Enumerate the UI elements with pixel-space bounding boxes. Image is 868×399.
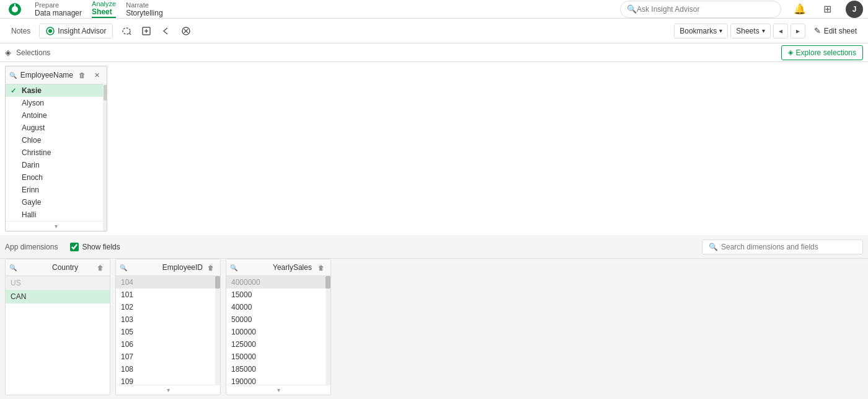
yearlysales-item-185000[interactable]: 185000 [226,363,330,375]
insight-advisor-label: Insight Advisor [58,27,106,35]
employee-item-august[interactable]: August [6,122,107,134]
employee-item-darin[interactable]: Darin [6,159,107,171]
show-fields-label: Show fields [82,243,120,251]
employee-list: ✓ Kasie Alyson Antoine August Chlo [6,84,107,221]
search-yearlysales-icon: 🔍 [230,264,270,271]
explore-selections-label: Explore selections [796,48,856,57]
employeeid-item-103[interactable]: 103 [116,313,220,326]
employeeid-dimension-list: 104 101 102 103 105 106 107 108 109 110 [116,276,220,385]
dimension-card-country: 🔍 Country 🗑 US CAN [5,259,110,395]
employeeid-scrollbar[interactable] [215,276,220,385]
yearlysales-scrollbar[interactable] [326,276,330,385]
search-dimensions-container: 🔍 [702,240,863,254]
employeeid-scroll-thumb [215,276,220,289]
employee-item-erinn[interactable]: Erinn [6,184,107,196]
country-card-delete-button[interactable]: 🗑 [95,262,106,273]
delete-selection-button[interactable]: 🗑 [76,69,88,81]
close-selection-button[interactable]: ✕ [91,69,103,81]
employee-name: Darin [22,161,40,169]
yearlysales-item-4000000[interactable]: 4000000 [226,276,330,289]
avatar[interactable]: J [846,1,863,18]
employeeid-item-106[interactable]: 106 [116,338,220,351]
employeeid-item-105[interactable]: 105 [116,326,220,338]
svg-rect-2 [14,4,16,7]
employee-item-halli[interactable]: Halli [6,208,107,221]
prev-sheet-button[interactable]: ◂ [773,24,788,38]
svg-point-4 [48,29,52,33]
employee-item-antoine[interactable]: Antoine [6,109,107,122]
insight-advisor-icon [46,27,55,35]
pencil-icon: ✎ [814,26,821,35]
edit-sheet-button[interactable]: ✎ Edit sheet [808,24,863,38]
analyze-menu[interactable]: Analyze Sheet [92,0,116,18]
select-all-button[interactable] [138,22,155,40]
country-dimension-list: US CAN [6,276,110,395]
country-item-can[interactable]: CAN [6,290,110,303]
right-toolbar: Bookmarks ▾ Sheets ▾ ◂ ▸ ✎ Edit sheet [674,24,863,38]
employee-name: Gayle [22,198,41,207]
sheets-button[interactable]: Sheets ▾ [730,24,770,38]
employee-field-name: EmployeeName [20,71,73,79]
employeeid-scroll-down-arrow[interactable]: ▾ [116,385,220,395]
country-card-title: Country [52,263,92,272]
employeeid-item-109[interactable]: 109 [116,375,220,385]
employee-name: Kasie [22,86,42,95]
yearlysales-scroll-down-arrow[interactable]: ▾ [226,385,330,395]
lasso-select-button[interactable] [118,22,135,40]
list-scroll-thumb [104,85,107,101]
employee-selection-box: 🔍 EmployeeName 🗑 ✕ ✓ Kasie Alyson Antoin… [5,66,107,231]
ask-advisor-input[interactable] [637,5,755,14]
yearlysales-item-15000[interactable]: 15000 [226,289,330,301]
list-scrollbar[interactable] [103,84,107,231]
yearlysales-item-125000[interactable]: 125000 [226,338,330,351]
tab-insight-advisor[interactable]: Insight Advisor [39,24,113,38]
explore-selections-button[interactable]: ◈ Explore selections [781,45,863,60]
sheets-label: Sheets [736,27,759,35]
yearlysales-item-150000[interactable]: 150000 [226,351,330,363]
employee-item-gayle[interactable]: Gayle [6,196,107,208]
search-dimensions-icon: 🔍 [709,243,718,251]
back-button[interactable] [157,22,175,40]
employee-item-alyson[interactable]: Alyson [6,97,107,109]
svg-line-6 [129,33,131,35]
tab-notes[interactable]: Notes [5,22,37,40]
dimensions-grid: 🔍 Country 🗑 US CAN 🔍 EmployeeID 🗑 [0,259,868,399]
employee-name: August [22,123,45,132]
prepare-submenu: Data manager [35,9,82,17]
employeeid-item-101[interactable]: 101 [116,289,220,301]
employeeid-card-delete-button[interactable]: 🗑 [205,262,216,273]
yearlysales-card-delete-button[interactable]: 🗑 [316,262,327,273]
employeeid-card-title: EmployeeID [162,263,203,272]
search-dimensions-input[interactable] [721,243,856,251]
employee-name: Halli [22,210,36,219]
prepare-menu[interactable]: Prepare Data manager [35,1,82,17]
scroll-down-arrow[interactable]: ▾ [6,221,107,231]
yearlysales-dimension-list: 4000000 15000 40000 50000 100000 125000 … [226,276,330,385]
employee-item-christine[interactable]: Christine [6,146,107,159]
search-icon: 🔍 [627,4,637,14]
show-fields-container: Show fields [70,243,120,251]
yearlysales-item-100000[interactable]: 100000 [226,326,330,338]
employeeid-item-108[interactable]: 108 [116,363,220,375]
employeeid-item-107[interactable]: 107 [116,351,220,363]
yearlysales-item-40000[interactable]: 40000 [226,301,330,313]
country-item-us[interactable]: US [6,276,110,290]
yearlysales-item-50000[interactable]: 50000 [226,313,330,326]
bookmarks-button[interactable]: Bookmarks ▾ [674,24,728,38]
show-fields-checkbox[interactable] [70,243,79,251]
search-small-icon: 🔍 [9,72,18,79]
narrate-menu[interactable]: Narrate Storytelling [126,1,162,17]
employeeid-item-104[interactable]: 104 [116,276,220,289]
employee-item-kasie[interactable]: ✓ Kasie [6,84,107,97]
clear-button[interactable] [177,22,195,40]
employee-item-enoch[interactable]: Enoch [6,171,107,184]
apps-icon[interactable]: ⊞ [818,1,836,18]
notification-icon[interactable]: 🔔 [791,1,808,18]
employee-item-chloe[interactable]: Chloe [6,134,107,146]
selections-label: Selections [16,48,50,57]
employeeid-item-102[interactable]: 102 [116,301,220,313]
next-sheet-button[interactable]: ▸ [790,24,805,38]
bookmarks-label: Bookmarks [680,27,717,35]
bookmarks-chevron-icon: ▾ [719,27,722,34]
yearlysales-item-190000[interactable]: 190000 [226,375,330,385]
